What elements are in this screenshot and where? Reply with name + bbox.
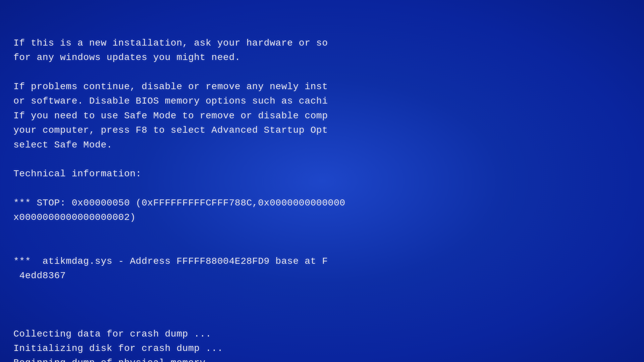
text-line-11: *** STOP: 0x00000050 (0xFFFFFFFFFCFFF788… <box>13 196 631 210</box>
text-line-21: Initializing disk for crash dump ... <box>13 341 631 356</box>
text-line-3: If problems continue, disable or remove … <box>13 79 631 94</box>
bsod-screen: If this is a new installation, ask your … <box>0 0 644 362</box>
text-line-22: Beginning dump of physical memory. <box>13 356 631 362</box>
bsod-text-content: If this is a new installation, ask your … <box>13 7 631 362</box>
text-line-16: 4edd8367 <box>13 268 631 283</box>
text-line-15: *** atikmdag.sys - Address FFFFF88004E28… <box>13 254 631 268</box>
blank-line-10 <box>13 181 631 196</box>
blank-line-8 <box>13 152 631 167</box>
text-line-7: select Safe Mode. <box>13 138 631 152</box>
text-line-4: or software. Disable BIOS memory options… <box>13 94 631 108</box>
text-line-6: your computer, press F8 to select Advanc… <box>13 123 631 137</box>
blank-line-17 <box>13 283 631 297</box>
blank-line-18 <box>13 298 631 312</box>
blank-line-2 <box>13 65 631 79</box>
text-line-0: If this is a new installation, ask your … <box>13 36 631 50</box>
text-line-12: x0000000000000000002) <box>13 210 631 225</box>
blank-line-14 <box>13 239 631 254</box>
blank-line-19 <box>13 312 631 326</box>
text-line-5: If you need to use Safe Mode to remove o… <box>13 109 631 123</box>
text-line-1: for any windows updates you might need. <box>13 50 631 65</box>
text-line-9: Technical information: <box>13 167 631 181</box>
blank-line-13 <box>13 225 631 239</box>
text-line-20: Collecting data for crash dump ... <box>13 327 631 341</box>
